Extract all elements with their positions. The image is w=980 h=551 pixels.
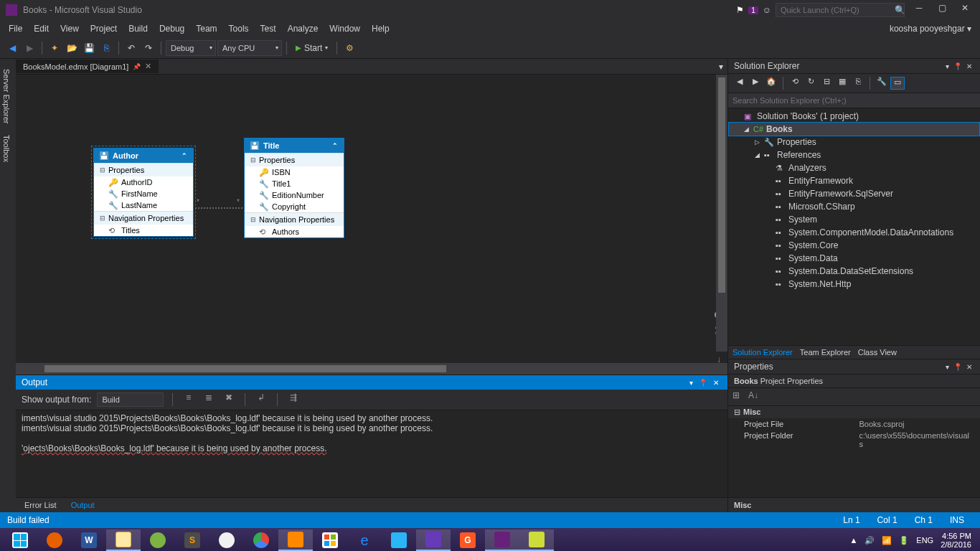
property-item[interactable]: 🔧Copyright [245,201,344,212]
undo-button[interactable]: ↶ [123,40,139,56]
menu-help[interactable]: Help [366,22,395,36]
pin-icon[interactable]: 📍 [951,62,964,70]
start-debug-button[interactable]: ▶ Start ▾ [291,40,332,56]
maximize-button[interactable]: ▢ [933,3,951,17]
team-explorer-tab[interactable]: Team Explorer [800,348,851,357]
output-clear-button[interactable]: ✖ [222,392,236,407]
reference-item[interactable]: ▪▪System.ComponentModel.DataAnnotations [728,226,980,239]
tab-dropdown-button[interactable]: ▾ [715,62,727,72]
menu-team[interactable]: Team [190,22,222,36]
alphabetical-button[interactable]: A↓ [748,390,761,403]
menu-debug[interactable]: Debug [154,22,190,36]
properties-section-header[interactable]: ⊟Properties [94,164,193,176]
solution-explorer-search[interactable] [728,93,980,108]
arrow-down-icon[interactable]: ↓ [713,354,725,363]
reference-item[interactable]: ▪▪System.Core [728,239,980,252]
diagram-canvas[interactable]: Author ⌃ ⊟Properties 🔑AuthorID 🔧FirstNam… [16,75,727,363]
notification-badge[interactable]: 1 [748,6,758,14]
entity-author[interactable]: Author ⌃ ⊟Properties 🔑AuthorID 🔧FirstNam… [93,148,194,237]
menu-edit[interactable]: Edit [28,22,55,36]
menu-tools[interactable]: Tools [223,22,255,36]
se-view-button[interactable]: ▭ [890,77,905,90]
taskbar-app[interactable]: G [451,529,485,551]
taskbar-app[interactable] [209,529,244,551]
menu-analyze[interactable]: Analyze [282,22,324,36]
network-icon[interactable]: 📶 [882,536,892,545]
language-indicator[interactable]: ENG [916,536,933,545]
se-refresh-button[interactable]: ↻ [804,77,818,90]
feedback-icon[interactable]: ☺ [763,5,771,15]
solution-explorer-tab[interactable]: Solution Explorer [732,348,793,357]
menu-project[interactable]: Project [85,22,123,36]
dropdown-icon[interactable]: ▾ [943,62,951,70]
horizontal-scrollbar[interactable] [16,363,727,375]
tray-expand-icon[interactable]: ▲ [849,536,857,545]
property-item[interactable]: 🔧LastName [94,199,193,211]
output-tab[interactable]: Output [68,499,98,511]
entity-header[interactable]: Author ⌃ [94,149,193,163]
property-category[interactable]: ⊟Misc [728,406,980,418]
close-icon[interactable]: ✕ [710,379,722,387]
solution-node[interactable]: ▣Solution 'Books' (1 project) [728,110,980,123]
configuration-dropdown[interactable]: Debug [166,40,216,56]
categorized-button[interactable]: ⊞ [732,390,745,403]
se-preview-button[interactable]: ⎘ [851,77,865,90]
close-icon[interactable]: ✕ [964,363,974,371]
menu-test[interactable]: Test [255,22,282,36]
taskbar-chrome[interactable] [244,529,278,551]
se-fwd-button[interactable]: ▶ [748,77,763,90]
taskbar-clock[interactable]: 4:56 PM 2/8/2016 [941,532,971,549]
property-item[interactable]: 🔧FirstName [94,188,193,199]
menu-build[interactable]: Build [123,22,154,36]
quick-launch-input[interactable] [776,3,905,17]
nav-forward-button[interactable]: ▶ [22,40,37,56]
taskbar-app[interactable] [313,529,347,551]
property-row[interactable]: Project FileBooks.csproj [728,418,980,430]
save-all-button[interactable]: ⎘ [98,40,114,56]
properties-node[interactable]: ▷🔧Properties [728,136,980,149]
taskbar-firefox[interactable] [37,529,72,551]
taskbar-app[interactable] [416,529,451,551]
menu-view[interactable]: View [55,22,85,36]
close-icon[interactable]: ✕ [964,62,974,70]
menu-file[interactable]: File [3,22,28,36]
close-tab-icon[interactable]: ✕ [145,62,151,71]
property-row[interactable]: Project Folderc:\users\x555\documents\vi… [728,430,980,450]
reference-item[interactable]: ▪▪System [728,213,980,226]
nav-back-button[interactable]: ◀ [4,40,20,56]
minimize-button[interactable]: ─ [910,3,928,17]
menu-window[interactable]: Window [324,22,366,36]
nav-properties-section-header[interactable]: ⊟Navigation Properties [94,212,193,225]
project-node[interactable]: ◢C#Books [728,122,980,136]
taskbar-app[interactable] [382,529,416,551]
open-file-button[interactable]: 📂 [64,40,80,56]
platform-dropdown[interactable]: Any CPU [217,40,282,56]
taskbar-sublime[interactable]: S [175,529,209,551]
reference-item[interactable]: ▪▪System.Net.Http [728,278,980,291]
new-project-button[interactable]: ✦ [47,40,62,56]
taskbar-explorer[interactable] [106,529,141,551]
collapse-icon[interactable]: ⌃ [332,142,338,149]
vertical-scrollbar[interactable] [716,75,727,352]
property-item[interactable]: 🔧EditionNumber [245,189,344,201]
save-button[interactable]: 💾 [81,40,97,56]
output-toggle-button[interactable]: ⇶ [286,392,301,407]
relation-line[interactable] [195,207,242,209]
taskbar-word[interactable]: W [72,529,106,551]
reference-item[interactable]: ⚗Analyzers [728,161,980,174]
class-view-tab[interactable]: Class View [858,348,897,357]
pin-icon[interactable]: 📍 [696,379,710,387]
reference-item[interactable]: ▪▪System.Data [728,252,980,265]
output-wordwrap-button[interactable]: ↲ [254,392,268,407]
reference-item[interactable]: ▪▪EntityFramework [728,174,980,187]
pin-icon[interactable]: 📍 [951,363,964,371]
dropdown-icon[interactable]: ▾ [687,379,696,387]
pin-icon[interactable]: 📌 [133,63,141,70]
nav-property-item[interactable]: ⟲Titles [94,225,193,236]
output-goto-button[interactable]: ≣ [202,392,216,407]
taskbar-visual-studio[interactable] [485,529,519,551]
error-list-tab[interactable]: Error List [22,499,60,511]
taskbar-app[interactable] [519,529,554,551]
signed-in-user[interactable]: koosha pooyeshgar ▾ [884,22,977,36]
toolbar-overflow-button[interactable]: ⚙ [341,40,357,56]
